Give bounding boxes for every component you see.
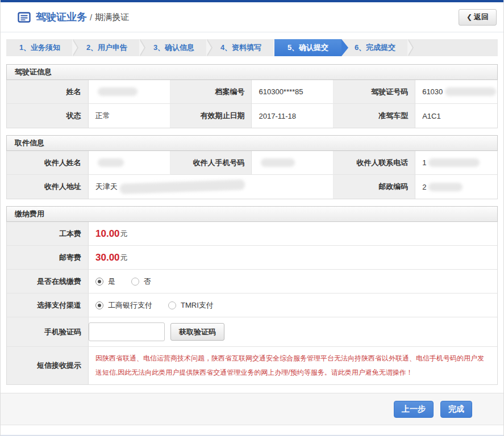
production-fee-label: 工本费	[7, 222, 89, 246]
step-chevron-icon	[72, 39, 77, 56]
step-arrow-icon	[341, 39, 348, 56]
production-fee-unit: 元	[120, 229, 128, 239]
online-payment-yes-radio[interactable]: 是	[95, 276, 115, 287]
payment-section: 缴纳费用 工本费 10.00 元 邮寄费 30.00 元 是否在线缴费 是 否	[6, 206, 498, 385]
step-wizard: 1、业务须知 2、用户申告 3、确认信息 4、资料填写 5、确认提交 6、完成提…	[6, 39, 498, 56]
redacted-blur	[428, 158, 480, 167]
header-divider	[1, 32, 503, 32]
redacted-blur	[120, 179, 245, 194]
step-5-confirm-submit-active: 5、确认提交	[274, 39, 341, 56]
payment-table: 工本费 10.00 元 邮寄费 30.00 元 是否在线缴费 是 否	[6, 222, 498, 385]
step-1-business-notes: 1、业务须知	[6, 39, 73, 56]
back-chevron-icon: ❮	[466, 13, 472, 21]
payment-title: 缴纳费用	[6, 206, 498, 222]
online-payment-options: 是 否	[89, 270, 497, 294]
page: 驾驶证业务 / 期满换证 ❮ 返回 1、业务须知 2、用户申告 3、确认信息 4…	[0, 0, 504, 436]
step-chevron-icon	[139, 39, 144, 56]
license-status-label: 状态	[7, 104, 89, 128]
license-info-title: 驾驶证信息	[6, 64, 498, 80]
postal-code-value: 2	[415, 175, 497, 199]
recipient-name-value	[89, 151, 170, 175]
sms-notice-label: 短信接收提示	[7, 347, 89, 384]
payment-channel-options: 工商银行支付 TMRI支付	[89, 294, 497, 317]
license-status-value: 正常	[89, 104, 170, 128]
redacted-blur	[261, 158, 295, 167]
recipient-mobile-label: 收件人手机号码	[170, 151, 252, 175]
breadcrumb-separator: /	[90, 12, 92, 22]
license-info-section: 驾驶证信息 姓名 档案编号 610300****85 驾驶证号码 61030 状…	[6, 64, 498, 128]
license-name-value	[89, 80, 170, 104]
online-payment-yes-label: 是	[108, 276, 115, 287]
bottom-spacer	[1, 425, 503, 435]
finish-button[interactable]: 完成	[440, 401, 472, 418]
redacted-blur	[445, 87, 496, 96]
footer-button-panel: 上一步 完成	[1, 393, 503, 425]
license-name-label: 姓名	[7, 80, 89, 104]
redacted-blur	[98, 87, 138, 96]
license-valid-until-label: 有效期止日期	[170, 104, 252, 128]
step-3-confirm-info: 3、确认信息	[140, 39, 207, 56]
mailing-fee-amount: 30.00	[95, 252, 120, 263]
sms-notice-text: 因陕西省联通、电信运营商技术问题，陕西省互联网交通安全综合服务管理平台无法向持陕…	[95, 351, 488, 380]
radio-selected-icon	[95, 301, 103, 309]
recipient-name-label: 收件人姓名	[7, 151, 89, 175]
license-number-label: 驾驶证号码	[334, 80, 415, 104]
pickup-info-title: 取件信息	[6, 135, 498, 151]
sms-code-input[interactable]	[89, 322, 165, 341]
channel-tmri-label: TMRI支付	[181, 300, 214, 311]
prev-step-button[interactable]: 上一步	[394, 401, 434, 418]
pickup-info-section: 取件信息 收件人姓名 收件人手机号码 收件人联系电话 1 收件人地址 天津天 邮…	[6, 135, 498, 199]
production-fee-value: 10.00 元	[89, 222, 497, 246]
channel-icbc-radio[interactable]: 工商银行支付	[95, 300, 152, 311]
list-icon	[18, 12, 31, 23]
postal-code-label: 邮政编码	[334, 175, 415, 199]
license-info-table: 姓名 档案编号 610300****85 驾驶证号码 61030 状态 正常 有…	[6, 80, 498, 128]
step-chevron-icon	[407, 39, 413, 56]
license-file-number-value: 610300****85	[252, 80, 334, 104]
step-2-user-declaration: 2、用户申告	[73, 39, 140, 56]
breadcrumb-current: 期满换证	[95, 12, 129, 23]
mailing-fee-label: 邮寄费	[7, 246, 89, 270]
channel-icbc-label: 工商银行支付	[108, 300, 152, 311]
license-valid-until-value: 2017-11-18	[252, 104, 334, 128]
redacted-blur	[98, 158, 124, 167]
radio-unselected-icon	[168, 301, 176, 309]
step-4-fill-info: 4、资料填写	[207, 39, 274, 56]
license-file-number-label: 档案编号	[170, 80, 252, 104]
radio-unselected-icon	[131, 278, 139, 286]
channel-tmri-radio[interactable]: TMRI支付	[168, 300, 214, 311]
payment-channel-label: 选择支付渠道	[7, 294, 89, 317]
get-code-button[interactable]: 获取验证码	[170, 323, 224, 341]
back-button[interactable]: ❮ 返回	[459, 9, 497, 26]
license-vehicle-type-label: 准驾车型	[334, 104, 415, 128]
recipient-address-label: 收件人地址	[7, 175, 89, 199]
sms-notice-cell: 因陕西省联通、电信运营商技术问题，陕西省互联网交通安全综合服务管理平台无法向持陕…	[89, 347, 497, 384]
online-payment-no-radio[interactable]: 否	[131, 276, 151, 287]
step-6-complete-submit: 6、完成提交	[341, 39, 409, 56]
mailing-fee-value: 30.00 元	[89, 246, 497, 270]
back-button-label: 返回	[474, 12, 489, 22]
online-payment-no-label: 否	[144, 276, 151, 287]
recipient-address-value: 天津天	[89, 175, 334, 199]
sms-code-row: 获取验证码	[89, 317, 497, 347]
recipient-phone-value: 1	[415, 151, 497, 175]
page-title: 驾驶证业务	[36, 10, 87, 24]
mailing-fee-unit: 元	[120, 253, 128, 263]
recipient-phone-label: 收件人联系电话	[334, 151, 415, 175]
radio-selected-icon	[95, 278, 103, 286]
header: 驾驶证业务 / 期满换证 ❮ 返回	[1, 2, 503, 32]
step-chevron-icon	[206, 39, 211, 56]
pickup-info-table: 收件人姓名 收件人手机号码 收件人联系电话 1 收件人地址 天津天 邮政编码 2	[6, 151, 498, 199]
recipient-mobile-value	[252, 151, 334, 175]
license-number-value: 61030	[415, 80, 497, 104]
redacted-blur	[428, 183, 463, 191]
online-payment-label: 是否在线缴费	[7, 270, 89, 294]
sms-code-label: 手机验证码	[7, 317, 89, 347]
license-vehicle-type-value: A1C1	[415, 104, 497, 128]
production-fee-amount: 10.00	[95, 228, 120, 240]
